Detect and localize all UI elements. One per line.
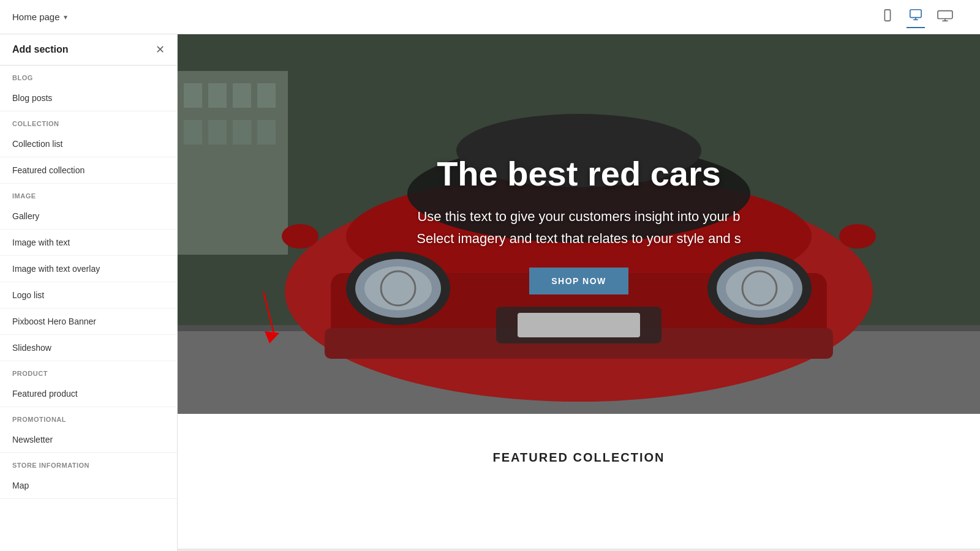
sidebar: Add section ✕ BLOG Blog posts COLLECTION… <box>0 34 178 551</box>
main-layout: Add section ✕ BLOG Blog posts COLLECTION… <box>0 34 980 551</box>
shop-now-button[interactable]: SHOP NOW <box>529 268 628 294</box>
sidebar-item-featured-collection[interactable]: Featured collection <box>0 157 177 184</box>
category-blog: BLOG <box>0 66 177 85</box>
sidebar-item-image-with-text-overlay[interactable]: Image with text overlay <box>0 256 177 282</box>
hero-subtitle: Use this text to give your customers ins… <box>417 206 741 249</box>
sidebar-item-collection-list[interactable]: Collection list <box>0 131 177 157</box>
widescreen-icon[interactable] <box>935 6 956 28</box>
hero-subtitle-line1: Use this text to give your customers ins… <box>417 206 741 227</box>
svg-rect-0 <box>884 10 890 21</box>
sidebar-item-gallery[interactable]: Gallery <box>0 203 177 230</box>
page-label: Home page <box>12 12 60 22</box>
svg-rect-5 <box>938 11 952 19</box>
sidebar-item-featured-product[interactable]: Featured product <box>0 381 177 407</box>
sidebar-item-map[interactable]: Map <box>0 473 177 499</box>
sidebar-item-newsletter[interactable]: Newsletter <box>0 427 177 453</box>
featured-collection-title: FEATURED COLLECTION <box>190 451 968 465</box>
device-icons <box>878 6 956 28</box>
desktop-icon[interactable] <box>907 6 925 28</box>
svg-rect-2 <box>910 10 921 18</box>
hero-title: The best red cars <box>417 154 741 193</box>
sidebar-item-pixboost-hero-banner[interactable]: Pixboost Hero Banner <box>0 309 177 335</box>
sidebar-item-slideshow[interactable]: Slideshow <box>0 335 177 361</box>
hero-content: The best red cars Use this text to give … <box>404 141 753 306</box>
hero-subtitle-line2: Select imagery and text that relates to … <box>417 228 741 249</box>
sidebar-item-blog-posts[interactable]: Blog posts <box>0 85 177 111</box>
category-product: PRODUCT <box>0 361 177 381</box>
featured-collection-section: FEATURED COLLECTION <box>178 414 980 549</box>
chevron-down-icon: ▾ <box>64 13 67 21</box>
sidebar-title: Add section <box>12 44 69 55</box>
preview-area: The best red cars Use this text to give … <box>178 34 980 551</box>
header: Home page ▾ <box>0 0 980 34</box>
sidebar-item-image-with-text[interactable]: Image with text <box>0 230 177 256</box>
hero-section: The best red cars Use this text to give … <box>178 34 980 414</box>
page-selector[interactable]: Home page ▾ <box>12 12 67 22</box>
sidebar-item-logo-list[interactable]: Logo list <box>0 282 177 309</box>
mobile-icon[interactable] <box>878 6 897 28</box>
category-promotional: PROMOTIONAL <box>0 407 177 427</box>
close-icon[interactable]: ✕ <box>156 44 165 55</box>
sidebar-header: Add section ✕ <box>0 34 177 66</box>
category-image: IMAGE <box>0 184 177 203</box>
category-collection: COLLECTION <box>0 111 177 131</box>
category-store-information: STORE INFORMATION <box>0 453 177 473</box>
